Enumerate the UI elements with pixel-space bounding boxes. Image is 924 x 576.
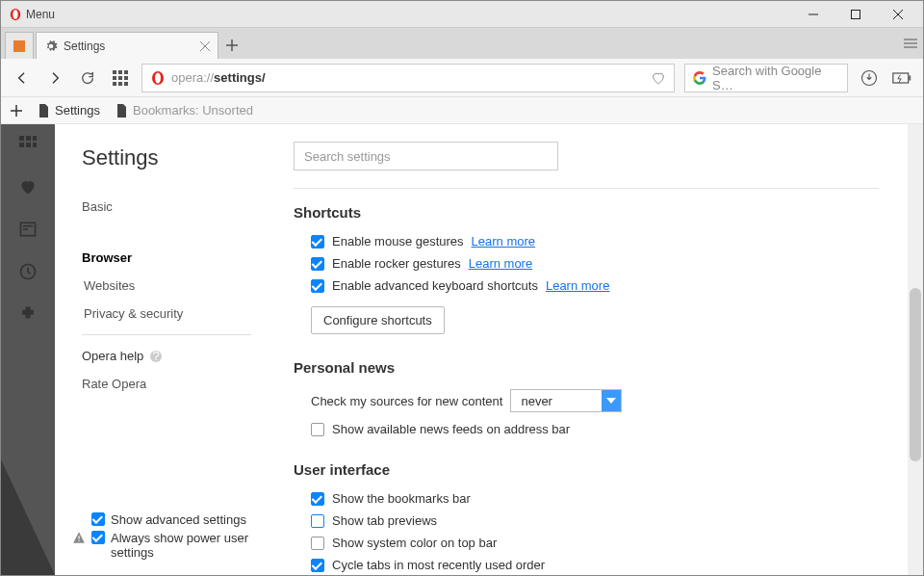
svg-rect-17 <box>113 76 116 80</box>
check-sources-select[interactable]: never <box>510 389 622 412</box>
svg-point-24 <box>155 72 161 83</box>
checkbox-icon <box>91 512 105 526</box>
search-placeholder: Search with Google S… <box>712 64 839 92</box>
learn-more-link[interactable]: Learn more <box>546 278 609 293</box>
select-value: never <box>511 394 602 408</box>
close-button[interactable] <box>877 1 919 27</box>
opt-tab-previews[interactable]: Show tab previews <box>311 513 894 528</box>
scrollbar-track[interactable] <box>908 124 923 575</box>
page-icon <box>116 104 127 118</box>
window-title: Menu <box>26 8 792 21</box>
bookmarks-bar: Settings Bookmarks: Unsorted <box>1 97 923 124</box>
nav-basic[interactable]: Basic <box>82 199 274 214</box>
nav-help[interactable]: Opera help? <box>82 349 274 363</box>
show-advanced-checkbox[interactable]: Show advanced settings <box>72 512 265 527</box>
svg-rect-22 <box>124 82 128 86</box>
configure-shortcuts-button[interactable]: Configure shortcuts <box>311 306 445 334</box>
svg-rect-15 <box>118 70 122 74</box>
svg-rect-34 <box>26 143 31 147</box>
opt-mouse-gestures[interactable]: Enable mouse gestures Learn more <box>311 234 894 249</box>
nav-websites[interactable]: Websites <box>84 278 274 293</box>
news-rail-icon[interactable] <box>17 219 38 240</box>
warning-icon <box>72 531 86 544</box>
opt-rocker-gestures[interactable]: Enable rocker gestures Learn more <box>311 256 894 271</box>
bookmark-label: Settings <box>55 103 100 118</box>
opera-badge-icon <box>150 70 166 86</box>
new-tab-button[interactable] <box>218 32 245 59</box>
section-title: User interface <box>294 461 894 478</box>
nav-rate[interactable]: Rate Opera <box>82 377 274 391</box>
address-url: opera://settings/ <box>171 70 645 85</box>
downloads-button[interactable] <box>858 66 881 90</box>
bookmark-item-settings[interactable]: Settings <box>38 103 100 118</box>
learn-more-link[interactable]: Learn more <box>469 256 532 271</box>
learn-more-link[interactable]: Learn more <box>472 234 535 249</box>
speed-dial-icon[interactable] <box>17 134 38 155</box>
checkbox-icon <box>311 279 324 293</box>
svg-rect-19 <box>124 76 128 80</box>
opera-logo-icon <box>5 8 26 21</box>
search-box[interactable]: Search with Google S… <box>684 64 848 92</box>
show-poweruser-checkbox[interactable]: Always show power user settings <box>72 531 265 560</box>
extensions-rail-icon[interactable] <box>17 303 38 325</box>
svg-point-1 <box>13 10 17 19</box>
help-icon: ? <box>149 350 163 363</box>
back-button[interactable] <box>11 66 34 90</box>
tab-close-icon[interactable] <box>200 41 210 51</box>
speed-dial-button[interactable] <box>109 66 132 90</box>
battery-button[interactable] <box>890 66 913 90</box>
svg-rect-26 <box>893 73 909 83</box>
settings-sidebar: Settings Basic Browser Websites Privacy … <box>55 124 274 575</box>
svg-rect-14 <box>113 70 116 74</box>
svg-rect-33 <box>19 143 24 147</box>
settings-title: Settings <box>82 145 274 170</box>
search-settings-input[interactable] <box>294 142 558 170</box>
nav-privacy[interactable]: Privacy & security <box>84 306 274 321</box>
tab-label: Settings <box>64 39 194 53</box>
svg-rect-6 <box>13 40 25 52</box>
tab-settings[interactable]: Settings <box>36 32 218 59</box>
nav-toolbar: opera://settings/ Search with Google S… <box>1 59 923 97</box>
section-shortcuts: Shortcuts Enable mouse gestures Learn mo… <box>294 204 894 334</box>
section-title: Shortcuts <box>294 204 894 221</box>
option-label: Show the bookmarks bar <box>332 491 471 506</box>
minimize-button[interactable] <box>792 1 834 27</box>
svg-rect-32 <box>33 136 37 141</box>
svg-rect-27 <box>910 75 911 80</box>
option-label: Enable advanced keyboard shortcuts <box>332 278 538 293</box>
bookmark-label: Bookmarks: Unsorted <box>133 103 253 118</box>
option-label: Cycle tabs in most recently used order <box>332 558 545 572</box>
checkbox-label: Always show power user settings <box>111 531 265 560</box>
bookmark-item-unsorted[interactable]: Bookmarks: Unsorted <box>116 103 253 118</box>
heart-rail-icon[interactable] <box>17 176 38 197</box>
svg-rect-3 <box>852 10 860 18</box>
window-titlebar: Menu <box>1 1 923 28</box>
svg-text:?: ? <box>153 350 160 363</box>
checkbox-label: Show advanced settings <box>111 512 246 527</box>
option-label: Enable mouse gestures <box>332 234 464 249</box>
address-bar[interactable]: opera://settings/ <box>141 64 675 92</box>
checkbox-icon <box>91 531 105 544</box>
opt-bookmarks-bar[interactable]: Show the bookmarks bar <box>311 491 894 506</box>
heart-icon[interactable] <box>651 70 666 86</box>
opt-keyboard-shortcuts[interactable]: Enable advanced keyboard shortcuts Learn… <box>311 278 894 293</box>
checkbox-icon <box>311 423 324 436</box>
tab-menu-icon[interactable] <box>904 39 917 48</box>
forward-button[interactable] <box>43 66 66 90</box>
add-bookmark-button[interactable] <box>11 105 22 117</box>
history-rail-icon[interactable] <box>17 261 38 282</box>
gear-icon <box>44 39 58 53</box>
pinned-tab[interactable] <box>5 32 34 59</box>
opt-cycle-tabs[interactable]: Cycle tabs in most recently used order <box>311 558 894 572</box>
svg-rect-30 <box>19 136 24 141</box>
opt-show-feeds[interactable]: Show available news feeds on address bar <box>311 422 894 436</box>
reload-button[interactable] <box>76 66 99 90</box>
opt-system-color[interactable]: Show system color on top bar <box>311 536 894 550</box>
tab-strip: Settings <box>1 28 923 59</box>
svg-rect-16 <box>124 70 128 74</box>
scrollbar-thumb[interactable] <box>910 288 921 461</box>
maximize-button[interactable] <box>834 1 877 27</box>
nav-browser[interactable]: Browser <box>82 250 274 265</box>
chevron-down-icon <box>602 390 621 411</box>
checkbox-icon <box>311 257 324 271</box>
